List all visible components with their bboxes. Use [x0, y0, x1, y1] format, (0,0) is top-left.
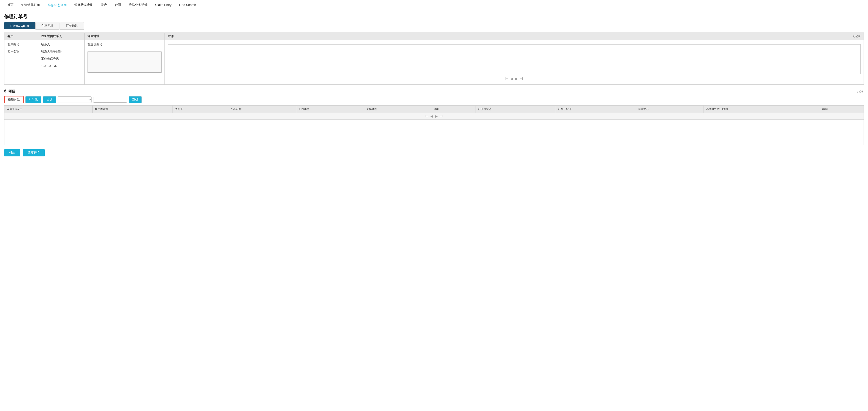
nav-item-资产[interactable]: 资产 — [97, 0, 111, 10]
reject-payment-button[interactable]: 拒绝付款 — [4, 96, 24, 103]
toolbar-select[interactable] — [58, 96, 92, 103]
table-nav-next[interactable]: ▶ — [435, 114, 438, 118]
content-area: 客户 客户编号 客户名称 设备返回联系人 联系人 联系人电子邮件 工作电话号码 … — [0, 32, 868, 145]
contact-name-label: 联系人 — [41, 42, 82, 47]
attachment-pagination: ⊢ ◀ ▶ ⊣ — [168, 76, 861, 82]
info-sections: 客户 客户编号 客户名称 设备返回联系人 联系人 联系人电子邮件 工作电话号码 … — [4, 32, 864, 85]
tab-Review Quote[interactable]: Review Quote — [4, 22, 35, 29]
table-pagination: ⊢ ◀ ▶ ⊣ — [4, 113, 864, 120]
col-exchange-type: 兑换类型 — [364, 106, 432, 113]
tab-订单确认[interactable]: 订单确认 — [60, 22, 84, 30]
lead-line-button[interactable]: 引导线 — [25, 96, 41, 103]
table-nav-prev[interactable]: ◀ — [430, 114, 433, 118]
toolbar: 拒绝付款 引导线 全选 查找 — [4, 96, 864, 103]
tab-付款明细[interactable]: 付款明细 — [35, 22, 59, 30]
nav-bar: 首页创建维修订单维修状态查询保修状态查询资产合同维修业务活动Claim Entr… — [0, 0, 868, 10]
col-serial: 序列号 — [173, 106, 228, 113]
nav-item-首页[interactable]: 首页 — [3, 0, 17, 10]
sort-icon[interactable]: ▲▼ — [18, 108, 22, 110]
attachment-body: ⊢ ◀ ▶ ⊣ — [165, 40, 864, 84]
customer-name-label: 客户名称 — [7, 50, 35, 54]
nav-item-合同[interactable]: 合同 — [111, 0, 125, 10]
tabs-row: Review Quote付款明细订单确认 — [0, 22, 868, 30]
attach-nav-next[interactable]: ▶ — [515, 77, 518, 81]
contact-email-label: 联系人电子邮件 — [41, 50, 82, 54]
line-items-table: 电话号码▲▼ 客户参考号 序列号 产品名称 工作类型 兑换类型 净价 行项目状态… — [4, 105, 864, 113]
page-title: 修理订单号 — [0, 10, 868, 22]
help-button[interactable]: 需要帮忙 — [23, 149, 45, 156]
attachment-header: 附件 无记录 — [165, 33, 864, 40]
line-items-title: 行项目 — [4, 89, 16, 94]
return-address-header: 返回地址 — [85, 33, 164, 40]
customer-number-label: 客户编号 — [7, 42, 35, 47]
nav-item-维修状态查询[interactable]: 维修状态查询 — [44, 0, 70, 10]
col-phone: 电话号码▲▼ — [4, 106, 93, 113]
attachment-section: 附件 无记录 ⊢ ◀ ▶ ⊣ — [165, 33, 864, 84]
return-address-textarea[interactable] — [88, 52, 161, 72]
toolbar-search-input[interactable] — [93, 97, 127, 102]
col-repair-center: 维修中心 — [636, 106, 704, 113]
search-button[interactable]: 查找 — [129, 96, 142, 103]
contact-header: 设备返回联系人 — [38, 33, 84, 40]
col-work-type: 工作类型 — [296, 106, 364, 113]
attachment-preview — [168, 44, 861, 74]
table-header-row: 电话号码▲▼ 客户参考号 序列号 产品名称 工作类型 兑换类型 净价 行项目状态… — [4, 106, 864, 113]
nav-item-Line-Search[interactable]: Line Search — [176, 0, 200, 10]
col-product: 产品名称 — [228, 106, 296, 113]
bottom-buttons: 付款 需要帮忙 — [0, 145, 868, 160]
table-nav-last[interactable]: ⊣ — [440, 114, 443, 118]
attachment-no-record: 无记录 — [852, 34, 861, 38]
return-address-section: 返回地址 营业点编号 — [85, 33, 165, 84]
pay-button[interactable]: 付款 — [4, 149, 20, 156]
customer-header: 客户 — [4, 33, 38, 40]
attach-nav-first[interactable]: ⊢ — [505, 77, 509, 81]
nav-item-Claim-Entry[interactable]: Claim Entry — [151, 0, 176, 10]
customer-section: 客户 客户编号 客户名称 — [4, 33, 38, 84]
customer-body: 客户编号 客户名称 — [4, 40, 38, 65]
nav-item-维修业务活动[interactable]: 维修业务活动 — [125, 0, 151, 10]
col-service-deadline: 选择服务截止时间 — [704, 106, 820, 113]
table-nav-first[interactable]: ⊢ — [425, 114, 428, 118]
contact-section: 设备返回联系人 联系人 联系人电子邮件 工作电话号码 1231231232 — [38, 33, 85, 84]
contact-phone-value: 1231231232 — [41, 64, 82, 67]
contact-body: 联系人 联系人电子邮件 工作电话号码 1231231232 — [38, 40, 84, 70]
contact-phone-label: 工作电话号码 — [41, 57, 82, 61]
attach-nav-prev[interactable]: ◀ — [510, 77, 513, 81]
attach-nav-last[interactable]: ⊣ — [520, 77, 523, 81]
col-sub-status: 行列子状态 — [556, 106, 636, 113]
col-net-price: 净价 — [432, 106, 476, 113]
line-items-no-record: 无记录 — [856, 89, 864, 93]
col-customer-ref: 客户参考号 — [93, 106, 173, 113]
nav-item-保修状态查询[interactable]: 保修状态查询 — [70, 0, 97, 10]
store-number-label: 营业点编号 — [88, 42, 161, 47]
col-standard: 标准 — [820, 106, 864, 113]
col-line-status: 行项目状态 — [476, 106, 556, 113]
select-all-button[interactable]: 全选 — [43, 96, 56, 103]
return-address-body: 营业点编号 — [85, 40, 164, 76]
nav-item-创建维修订单[interactable]: 创建维修订单 — [17, 0, 44, 10]
line-items-header: 行项目 无记录 — [4, 89, 864, 94]
attachment-title: 附件 — [168, 34, 174, 38]
empty-table-area — [4, 120, 864, 145]
